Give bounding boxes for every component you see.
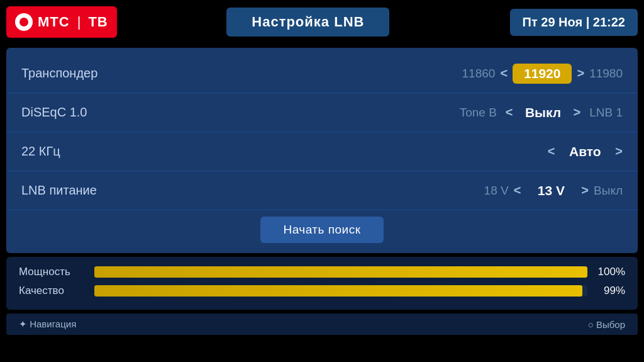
khz-controls: < Авто > (223, 144, 623, 159)
transponder-controls: 11860 < 11920 > 11980 (223, 64, 623, 84)
settings-panel: Транспондер 11860 < 11920 > 11980 DiSEqC… (6, 48, 638, 253)
header: МТС | ТВ Настройка LNB Пт 29 Ноя | 21:22 (0, 0, 644, 44)
search-button[interactable]: Начать поиск (260, 217, 383, 243)
transponder-left-arrow[interactable]: < (500, 66, 508, 81)
khz-label: 22 КГц (21, 144, 223, 159)
transponder-right-value: 11980 (589, 67, 623, 81)
lnb-power-row: LNB питание 18 V < 13 V > Выкл (6, 171, 638, 210)
lnb-power-right-value: Выкл (594, 184, 623, 198)
quality-bar-container (94, 285, 587, 297)
transponder-right-arrow[interactable]: > (577, 66, 584, 81)
strength-label: Мощность (19, 266, 88, 278)
logo-brand: МТС (38, 14, 70, 30)
diseqc-row: DiSEqC 1.0 Tone В < Выкл > LNB 1 (6, 93, 638, 132)
lnb-power-label: LNB питание (21, 183, 223, 198)
transponder-selected: 11920 (513, 64, 572, 84)
khz-left-arrow[interactable]: < (548, 144, 555, 159)
lnb-power-left-arrow[interactable]: < (514, 183, 521, 198)
lnb-label: LNB 1 (589, 106, 623, 120)
diseqc-left-arrow[interactable]: < (506, 105, 513, 120)
header-title: Настройка LNB (226, 8, 389, 37)
logo-divider: | (77, 14, 81, 30)
khz-right-arrow[interactable]: > (615, 144, 623, 159)
header-title-box: Настройка LNB (117, 8, 499, 37)
diseqc-controls: Tone В < Выкл > LNB 1 (223, 105, 623, 120)
diseqc-right-arrow[interactable]: > (574, 105, 581, 120)
transponder-label: Транспондер (21, 66, 223, 81)
quality-row: Качество 99% (19, 285, 625, 297)
lnb-power-right-arrow[interactable]: > (581, 183, 589, 198)
search-btn-row: Начать поиск (6, 210, 638, 248)
quality-bar (94, 285, 582, 297)
nav-navigation: ✦ Навигация (19, 319, 76, 330)
strength-bar (94, 266, 587, 278)
quality-pct: 99% (594, 285, 625, 297)
khz-selected: Авто (560, 144, 610, 159)
khz-row: 22 КГц < Авто > (6, 132, 638, 171)
quality-label: Качество (19, 285, 88, 297)
diseqc-label: DiSEqC 1.0 (21, 105, 223, 120)
signal-area: Мощность 100% Качество 99% (6, 257, 638, 310)
strength-pct: 100% (594, 266, 625, 278)
lnb-power-left-value: 18 V (484, 184, 509, 198)
logo-service: ТВ (88, 14, 108, 30)
strength-bar-container (94, 266, 587, 278)
diseqc-selected: Выкл (518, 105, 569, 120)
tone-label: Tone В (460, 106, 497, 120)
nav-select: ○ Выбор (588, 319, 625, 330)
lnb-power-controls: 18 V < 13 V > Выкл (223, 183, 623, 198)
logo-icon (15, 13, 33, 31)
lnb-power-selected: 13 V (526, 183, 576, 198)
transponder-left-value: 11860 (462, 67, 496, 81)
strength-row: Мощность 100% (19, 266, 625, 278)
nav-bar: ✦ Навигация ○ Выбор (6, 314, 638, 335)
header-datetime-box: Пт 29 Ноя | 21:22 (499, 9, 638, 36)
header-datetime: Пт 29 Ноя | 21:22 (510, 9, 638, 36)
transponder-row: Транспондер 11860 < 11920 > 11980 (6, 54, 638, 93)
logo: МТС | ТВ (6, 6, 117, 38)
